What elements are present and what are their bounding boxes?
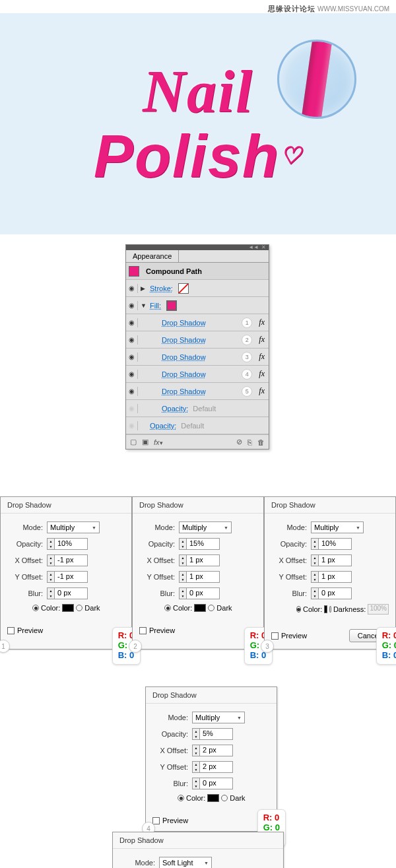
color-radio[interactable] <box>178 795 184 801</box>
visibility-icon[interactable]: ◉ <box>129 370 138 379</box>
preview-checkbox[interactable] <box>139 627 147 634</box>
fx-icon[interactable]: fx <box>259 369 265 379</box>
preview-checkbox[interactable] <box>271 632 279 640</box>
yoffset-input[interactable]: -1 px <box>55 571 88 583</box>
yoffset-input-stepper[interactable]: ▲▼1 px <box>179 571 220 583</box>
darkness-radio[interactable] <box>208 605 214 611</box>
xoffset-input-stepper[interactable]: ▲▼1 px <box>179 554 220 566</box>
opacity-input[interactable]: 15% <box>187 538 220 550</box>
stepper-buttons[interactable]: ▲▼ <box>311 538 319 550</box>
color-swatch[interactable] <box>194 604 206 612</box>
blur-input[interactable]: 0 px <box>200 778 233 789</box>
effect-row[interactable]: ◉Drop Shadow3fx <box>126 349 269 366</box>
preview-checkbox[interactable] <box>152 817 160 824</box>
color-swatch[interactable] <box>207 794 219 802</box>
opacity-input[interactable]: 10% <box>55 538 88 550</box>
blur-input[interactable]: 0 px <box>319 587 352 599</box>
stepper-buttons[interactable]: ▲▼ <box>179 554 187 566</box>
fx-icon[interactable]: fx <box>259 317 265 327</box>
visibility-icon[interactable]: ◉ <box>129 352 138 362</box>
stroke-row[interactable]: ◉ ▶ Stroke: <box>126 280 269 297</box>
stepper-buttons[interactable]: ▲▼ <box>192 761 200 773</box>
stepper-buttons[interactable]: ▲▼ <box>47 587 55 599</box>
stepper-buttons[interactable]: ▲▼ <box>311 554 319 566</box>
yoffset-input-stepper[interactable]: ▲▼2 px <box>192 761 233 773</box>
blur-input[interactable]: 0 px <box>187 587 220 599</box>
effect-label[interactable]: Drop Shadow <box>162 336 206 344</box>
fx-icon[interactable]: fx <box>259 352 265 362</box>
effect-row[interactable]: ◉Drop Shadow4fx <box>126 366 269 383</box>
new-fill-icon[interactable]: ▣ <box>142 438 148 446</box>
stroke-label[interactable]: Stroke: <box>150 284 173 292</box>
mode-select[interactable]: Multiply <box>179 521 232 533</box>
mode-select[interactable]: Soft Light <box>159 857 212 868</box>
xoffset-input[interactable]: 2 px <box>200 745 233 756</box>
xoffset-input[interactable]: -1 px <box>55 554 88 566</box>
opacity-input-stepper[interactable]: ▲▼10% <box>47 538 88 550</box>
clear-icon[interactable]: ⊘ <box>236 438 242 446</box>
xoffset-input-stepper[interactable]: ▲▼1 px <box>311 554 352 566</box>
yoffset-input[interactable]: 2 px <box>200 761 233 773</box>
effect-label[interactable]: Drop Shadow <box>162 370 206 378</box>
opacity-input[interactable]: 10% <box>319 538 352 550</box>
stepper-buttons[interactable]: ▲▼ <box>179 538 187 550</box>
visibility-icon[interactable]: ◉ <box>129 387 138 396</box>
color-radio[interactable] <box>164 605 171 611</box>
trash-icon[interactable]: 🗑 <box>257 438 265 446</box>
visibility-icon[interactable]: ◉ <box>129 318 138 327</box>
panel-collapse-icon[interactable]: ◄◄ <box>248 245 259 250</box>
mode-select[interactable]: Multiply <box>311 521 364 533</box>
effect-row[interactable]: ◉Drop Shadow1fx <box>126 314 269 331</box>
blur-input-stepper[interactable]: ▲▼0 px <box>192 778 233 789</box>
duplicate-icon[interactable]: ⎘ <box>248 438 252 446</box>
visibility-icon[interactable]: ◉ <box>129 284 138 293</box>
collapse-icon[interactable]: ▼ <box>141 302 147 309</box>
stepper-buttons[interactable]: ▲▼ <box>47 571 55 583</box>
color-swatch[interactable] <box>324 605 327 613</box>
panel-close-icon[interactable]: ✕ <box>261 245 266 250</box>
yoffset-input[interactable]: 1 px <box>187 571 220 583</box>
opacity-input[interactable]: 5% <box>200 728 233 740</box>
appearance-tab[interactable]: Appearance <box>126 250 179 262</box>
stepper-buttons[interactable]: ▲▼ <box>47 538 55 550</box>
blur-input-stepper[interactable]: ▲▼0 px <box>311 587 352 599</box>
xoffset-input[interactable]: 1 px <box>187 554 220 566</box>
color-radio[interactable] <box>296 606 301 613</box>
opacity-input-stepper[interactable]: ▲▼10% <box>311 538 352 550</box>
opacity-label[interactable]: Opacity: <box>150 422 176 430</box>
stepper-buttons[interactable]: ▲▼ <box>311 571 319 583</box>
effect-row[interactable]: ◉Drop Shadow2fx <box>126 331 269 349</box>
stepper-buttons[interactable]: ▲▼ <box>192 778 200 789</box>
xoffset-input-stepper[interactable]: ▲▼2 px <box>192 745 233 756</box>
effect-row[interactable]: ◉Drop Shadow5fx <box>126 383 269 400</box>
stroke-swatch-icon[interactable] <box>178 283 189 294</box>
yoffset-input[interactable]: 1 px <box>319 571 352 583</box>
stepper-buttons[interactable]: ▲▼ <box>47 554 55 566</box>
yoffset-input-stepper[interactable]: ▲▼-1 px <box>47 571 88 583</box>
preview-checkbox[interactable] <box>7 627 15 634</box>
color-swatch[interactable] <box>62 604 74 612</box>
stepper-buttons[interactable]: ▲▼ <box>192 745 200 756</box>
blur-input-stepper[interactable]: ▲▼0 px <box>47 587 88 599</box>
expand-icon[interactable]: ▶ <box>141 285 147 292</box>
stepper-buttons[interactable]: ▲▼ <box>192 728 200 740</box>
new-stroke-icon[interactable]: ▢ <box>130 438 137 446</box>
visibility-icon[interactable]: ◉ <box>129 301 138 310</box>
stepper-buttons[interactable]: ▲▼ <box>311 587 319 599</box>
visibility-icon[interactable]: ◉ <box>129 335 138 345</box>
fill-label[interactable]: Fill: <box>150 302 161 310</box>
stepper-buttons[interactable]: ▲▼ <box>179 587 187 599</box>
darkness-radio[interactable] <box>76 605 82 611</box>
fill-swatch-icon[interactable] <box>166 300 177 311</box>
fx-menu-icon[interactable]: fx▾ <box>154 438 163 446</box>
stepper-buttons[interactable]: ▲▼ <box>179 571 187 583</box>
effect-label[interactable]: Drop Shadow <box>162 353 206 361</box>
effect-label[interactable]: Drop Shadow <box>162 387 206 395</box>
blur-input[interactable]: 0 px <box>55 587 88 599</box>
opacity-input-stepper[interactable]: ▲▼15% <box>179 538 220 550</box>
mode-select[interactable]: Multiply <box>47 521 100 533</box>
xoffset-input-stepper[interactable]: ▲▼-1 px <box>47 554 88 566</box>
blur-input-stepper[interactable]: ▲▼0 px <box>179 587 220 599</box>
fill-row[interactable]: ◉ ▼ Fill: <box>126 297 269 314</box>
inner-opacity-row[interactable]: ◉ Opacity: Default <box>126 400 269 417</box>
